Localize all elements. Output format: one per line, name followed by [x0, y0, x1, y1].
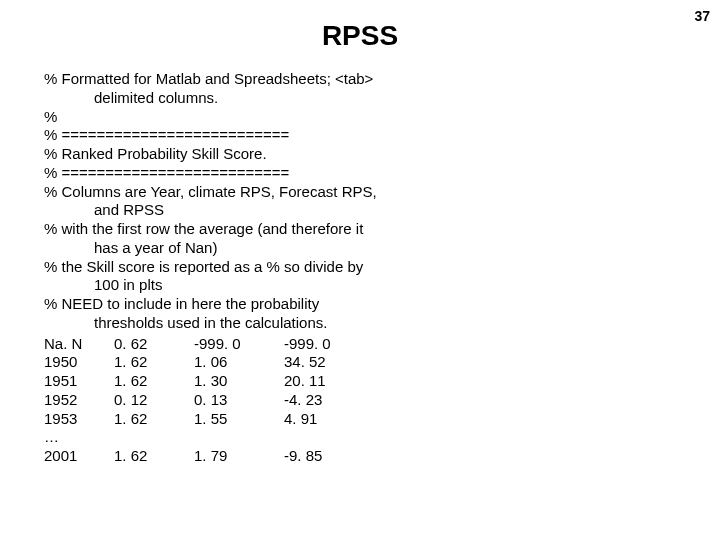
comment-line: % ==========================	[44, 126, 676, 145]
comment-line: % the Skill score is reported as a % so …	[44, 258, 676, 277]
comment-line: 100 in plts	[44, 276, 676, 295]
comment-line: % with the first row the average (and th…	[44, 220, 676, 239]
cell-climate-rps: 0. 62	[114, 335, 194, 354]
comment-line: delimited columns.	[44, 89, 676, 108]
cell-year: 1952	[44, 391, 114, 410]
comment-line: thresholds used in the calculations.	[44, 314, 676, 333]
cell-climate-rps: 1. 62	[114, 353, 194, 372]
table-row: 2001 1. 62 1. 79 -9. 85	[44, 447, 676, 466]
cell-forecast-rps: 0. 13	[194, 391, 284, 410]
cell-year: 2001	[44, 447, 114, 466]
comment-line: % Ranked Probability Skill Score.	[44, 145, 676, 164]
cell-climate-rps: 1. 62	[114, 372, 194, 391]
comment-line: has a year of Nan)	[44, 239, 676, 258]
ellipsis-row: …	[44, 428, 676, 447]
cell-forecast-rps: 1. 30	[194, 372, 284, 391]
cell-rpss: 20. 11	[284, 372, 364, 391]
cell-climate-rps: 1. 62	[114, 410, 194, 429]
comment-line: % ==========================	[44, 164, 676, 183]
comment-line: and RPSS	[44, 201, 676, 220]
table-row: 1952 0. 12 0. 13 -4. 23	[44, 391, 676, 410]
cell-year: 1951	[44, 372, 114, 391]
cell-year: Na. N	[44, 335, 114, 354]
cell-year: 1953	[44, 410, 114, 429]
cell-rpss: 34. 52	[284, 353, 364, 372]
ellipsis: …	[44, 428, 114, 447]
comment-line: % Formatted for Matlab and Spreadsheets;…	[44, 70, 676, 89]
data-table: Na. N 0. 62 -999. 0 -999. 0 1950 1. 62 1…	[44, 335, 676, 466]
page-title: RPSS	[0, 20, 720, 52]
cell-forecast-rps: 1. 79	[194, 447, 284, 466]
comment-line: % NEED to include in here the probabilit…	[44, 295, 676, 314]
cell-rpss: -4. 23	[284, 391, 364, 410]
cell-rpss: -9. 85	[284, 447, 364, 466]
comment-line: % Columns are Year, climate RPS, Forecas…	[44, 183, 676, 202]
cell-year: 1950	[44, 353, 114, 372]
table-row: 1953 1. 62 1. 55 4. 91	[44, 410, 676, 429]
table-row: 1951 1. 62 1. 30 20. 11	[44, 372, 676, 391]
cell-forecast-rps: -999. 0	[194, 335, 284, 354]
cell-rpss: 4. 91	[284, 410, 364, 429]
cell-rpss: -999. 0	[284, 335, 364, 354]
cell-climate-rps: 0. 12	[114, 391, 194, 410]
comment-line: %	[44, 108, 676, 127]
page-number: 37	[694, 8, 710, 24]
table-row: Na. N 0. 62 -999. 0 -999. 0	[44, 335, 676, 354]
cell-climate-rps: 1. 62	[114, 447, 194, 466]
content-block: % Formatted for Matlab and Spreadsheets;…	[0, 70, 720, 466]
cell-forecast-rps: 1. 06	[194, 353, 284, 372]
table-row: 1950 1. 62 1. 06 34. 52	[44, 353, 676, 372]
cell-forecast-rps: 1. 55	[194, 410, 284, 429]
